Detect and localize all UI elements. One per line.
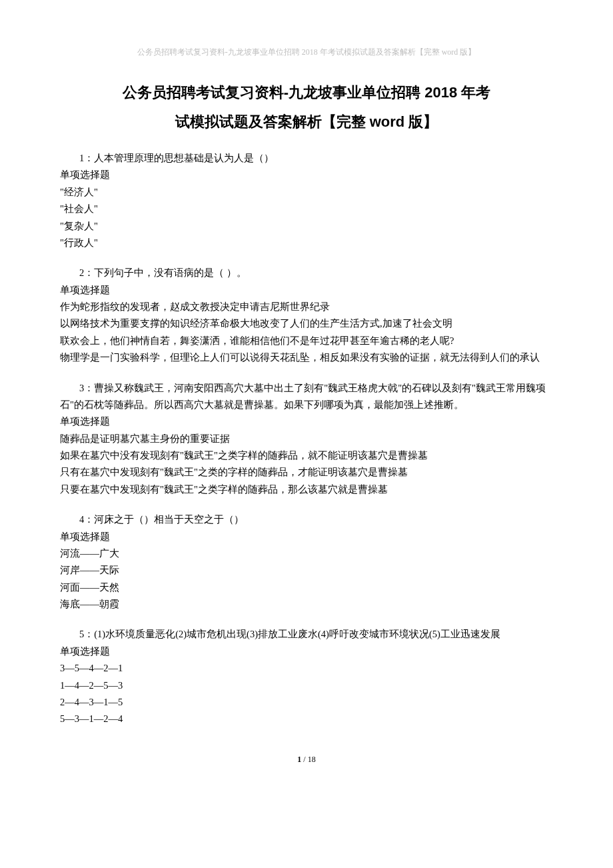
question-option: 3—5—4—2—1: [60, 660, 553, 677]
question-prompt: 3：曹操又称魏武王，河南安阳西高穴大墓中出土了刻有"魏武王格虎大戟"的石碑以及刻…: [60, 380, 553, 414]
question-option: 随葬品是证明墓穴墓主身份的重要证据: [60, 431, 553, 447]
page-number: 1 / 18: [60, 755, 553, 765]
question-type: 单项选择题: [60, 282, 553, 299]
question-type: 单项选择题: [60, 413, 553, 430]
question-option: 河岸——天际: [60, 562, 553, 579]
question-prompt: 1：人本管理原理的思想基础是认为人是（）: [60, 150, 553, 167]
title-line-1: 公务员招聘考试复习资料-九龙坡事业单位招聘 2018 年考: [60, 78, 553, 107]
question-option: 如果在墓穴中没有发现刻有"魏武王"之类字样的随葬品，就不能证明该墓穴是曹操墓: [60, 447, 553, 464]
question-option: 河流——广大: [60, 545, 553, 562]
header-note: 公务员招聘考试复习资料-九龙坡事业单位招聘 2018 年考试模拟试题及答案解析【…: [60, 47, 553, 58]
question-option: "经济人": [60, 184, 553, 201]
question-option: 以网络技术为重要支撑的知识经济革命极大地改变了人们的生产生活方式,加速了社会文明: [60, 315, 553, 332]
page-current: 1: [297, 755, 301, 764]
question-option: 只有在墓穴中发现刻有"魏武王"之类的字样的随葬品，才能证明该墓穴是曹操墓: [60, 464, 553, 481]
question-4: 4：河床之于（）相当于天空之于（） 单项选择题 河流——广大 河岸——天际 河面…: [60, 511, 553, 613]
question-type: 单项选择题: [60, 643, 553, 660]
question-prompt: 2：下列句子中，没有语病的是（ ）。: [60, 265, 553, 281]
question-option: "复杂人": [60, 218, 553, 235]
question-option: 2—4—3—1—5: [60, 694, 553, 711]
question-3: 3：曹操又称魏武王，河南安阳西高穴大墓中出土了刻有"魏武王格虎大戟"的石碑以及刻…: [60, 380, 553, 499]
question-2: 2：下列句子中，没有语病的是（ ）。 单项选择题 作为蛇形指纹的发现者，赵成文教…: [60, 265, 553, 366]
page-title: 公务员招聘考试复习资料-九龙坡事业单位招聘 2018 年考 试模拟试题及答案解析…: [60, 78, 553, 137]
question-type: 单项选择题: [60, 167, 553, 183]
question-option: 联欢会上，他们神情自若，舞姿潇洒，谁能相信他们不是年过花甲甚至年逾古稀的老人呢?: [60, 333, 553, 349]
page-total: 18: [308, 755, 316, 764]
question-option: 作为蛇形指纹的发现者，赵成文教授决定申请吉尼斯世界纪录: [60, 299, 553, 315]
question-prompt: 4：河床之于（）相当于天空之于（）: [60, 511, 553, 528]
question-option: "社会人": [60, 201, 553, 217]
question-5: 5：(1)水环境质量恶化(2)城市危机出现(3)排放工业废水(4)呼吁改变城市环…: [60, 626, 553, 727]
question-prompt: 5：(1)水环境质量恶化(2)城市危机出现(3)排放工业废水(4)呼吁改变城市环…: [60, 626, 553, 643]
question-option: 河面——天然: [60, 579, 553, 596]
question-1: 1：人本管理原理的思想基础是认为人是（） 单项选择题 "经济人" "社会人" "…: [60, 150, 553, 251]
question-option: 物理学是一门实验科学，但理论上人们可以说得天花乱坠，相反如果没有实验的证据，就无…: [60, 349, 553, 366]
question-option: 海底——朝霞: [60, 596, 553, 613]
question-type: 单项选择题: [60, 529, 553, 545]
question-option: 只要在墓穴中发现刻有"魏武王"之类字样的随葬品，那么该墓穴就是曹操墓: [60, 481, 553, 498]
title-line-2: 试模拟试题及答案解析【完整 word 版】: [60, 107, 553, 137]
question-option: 5—3—1—2—4: [60, 711, 553, 727]
question-option: 1—4—2—5—3: [60, 677, 553, 694]
question-option: "行政人": [60, 235, 553, 251]
